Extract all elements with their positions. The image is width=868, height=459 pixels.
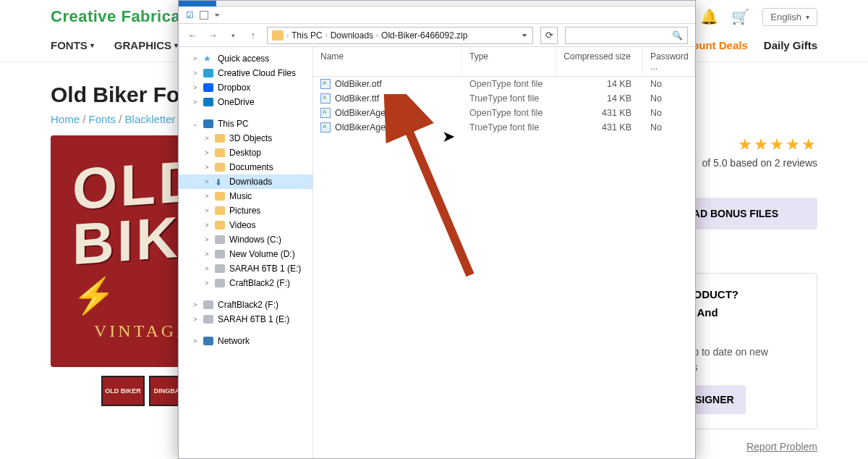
font-file-icon	[320, 79, 331, 89]
nav-up-button[interactable]: ↑	[247, 29, 260, 42]
font-file-icon	[320, 122, 331, 132]
tree-network[interactable]: >Network	[179, 334, 312, 348]
notifications-icon[interactable]: 🔔	[700, 8, 718, 25]
tree-downloads[interactable]: >⬇Downloads	[179, 174, 312, 189]
nav-tree: >★Quick access>Creative Cloud Files>Drop…	[179, 47, 313, 458]
tree-quick-access[interactable]: >★Quick access	[179, 51, 312, 66]
address-bar: ← → ▾ ↑ › This PC › Downloads › Old-Bike…	[179, 24, 695, 47]
tree-ext-sarah-6tb-1-e-[interactable]: >SARAH 6TB 1 (E:)	[179, 312, 312, 327]
tree-ext-craftblack2-f-[interactable]: >CraftBlack2 (F:)	[179, 298, 312, 312]
path-seg-zip[interactable]: Old-Biker-6466092.zip	[381, 30, 467, 41]
file-row[interactable]: OldBiker.ttfTrueType font file14 KBNo	[313, 91, 695, 106]
font-file-icon	[320, 93, 331, 104]
nav-forward-button[interactable]: →	[206, 29, 219, 42]
cart-icon[interactable]: 🛒	[731, 8, 749, 25]
tree-new-volume-d-[interactable]: >New Volume (D:)	[179, 247, 312, 261]
tree-onedrive[interactable]: >OneDrive	[179, 95, 312, 109]
file-row[interactable]: OldBikerAged.ttfTrueType font file431 KB…	[313, 120, 695, 135]
nav-back-button[interactable]: ←	[186, 29, 199, 42]
thumb-1[interactable]: OLD BIKER	[101, 376, 145, 406]
font-file-icon	[320, 108, 331, 118]
hero-sub: VINTAGE	[94, 321, 190, 341]
file-row[interactable]: OldBikerAged.otfOpenType font file431 KB…	[313, 106, 695, 120]
tree-craftblack2-f-[interactable]: >CraftBlack2 (F:)	[179, 276, 312, 290]
search-icon: 🔍	[672, 30, 683, 41]
topbar-right: 🔔 🛒 English▾	[700, 8, 817, 26]
crumb-blackletter[interactable]: Blackletter	[125, 113, 176, 125]
tree-music[interactable]: >Music	[179, 189, 312, 203]
column-headers: Name Type Compressed size Password ...	[313, 47, 695, 77]
quick-access-toolbar: ☑ ⏷	[179, 7, 695, 24]
col-type[interactable]: Type	[462, 47, 556, 76]
tree-creative-cloud[interactable]: >Creative Cloud Files	[179, 66, 312, 80]
site-logo[interactable]: Creative Fabrica	[51, 7, 180, 26]
tree-pictures[interactable]: >Pictures	[179, 203, 312, 218]
file-row[interactable]: OldBiker.otfOpenType font file14 KBNo	[313, 77, 695, 91]
crumb-fonts[interactable]: Fonts	[89, 113, 116, 125]
ribbon	[179, 1, 695, 7]
nav-daily-gifts[interactable]: Daily Gifts	[764, 39, 817, 51]
bolt-icon: ⚡	[72, 275, 116, 316]
nav-fonts[interactable]: FONTS▾	[51, 39, 94, 51]
search-input[interactable]: 🔍	[565, 27, 688, 44]
tree-videos[interactable]: >Videos	[179, 218, 312, 232]
path-seg-pc[interactable]: This PC	[292, 30, 323, 41]
tree-documents[interactable]: >Documents	[179, 160, 312, 174]
col-size[interactable]: Compressed size	[556, 47, 643, 76]
col-name[interactable]: Name	[313, 47, 462, 76]
tree-this-pc[interactable]: ⌄This PC	[179, 117, 312, 131]
crumb-home[interactable]: Home	[51, 113, 80, 125]
qat-check-icon[interactable]: ☑	[186, 10, 194, 20]
chevron-down-icon: ▾	[90, 41, 94, 49]
language-selector[interactable]: English▾	[762, 8, 817, 26]
nav-graphics[interactable]: GRAPHICS▾	[114, 39, 178, 51]
tree-dropbox[interactable]: >Dropbox	[179, 80, 312, 95]
qat-item-icon[interactable]	[200, 11, 208, 20]
chevron-down-icon[interactable]: ⏷	[522, 32, 528, 39]
path-box[interactable]: › This PC › Downloads › Old-Biker-646609…	[267, 27, 533, 44]
language-label: English	[770, 12, 801, 22]
refresh-button[interactable]: ⟳	[540, 27, 558, 44]
file-list: Name Type Compressed size Password ... O…	[313, 47, 695, 458]
path-seg-downloads[interactable]: Downloads	[331, 30, 373, 41]
col-password[interactable]: Password ...	[643, 47, 695, 76]
qat-overflow-icon[interactable]: ⏷	[214, 12, 221, 19]
tree-sarah-6tb-1-e-[interactable]: >SARAH 6TB 1 (E:)	[179, 261, 312, 276]
ribbon-file-tab[interactable]	[179, 1, 216, 7]
folder-icon	[272, 30, 284, 41]
tree-windows-c-[interactable]: >Windows (C:)	[179, 232, 312, 247]
chevron-down-icon: ▾	[806, 13, 809, 21]
tree-desktop[interactable]: >Desktop	[179, 146, 312, 160]
nav-history-icon[interactable]: ▾	[226, 29, 239, 42]
file-explorer-window: ☑ ⏷ ← → ▾ ↑ › This PC › Downloads › Old-…	[178, 0, 696, 459]
tree-3d-objects[interactable]: >3D Objects	[179, 131, 312, 146]
